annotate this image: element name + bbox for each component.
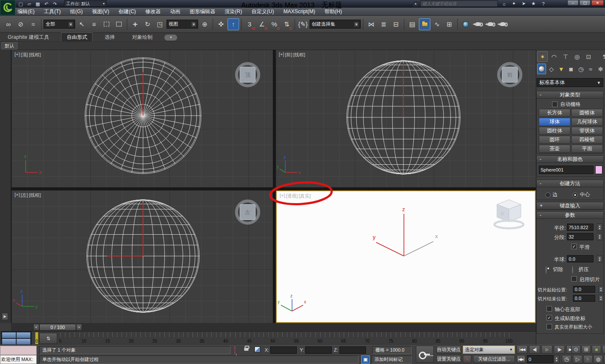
menu-item-5[interactable]: 创建(C) (114, 8, 141, 16)
new-file-icon[interactable]: ▢ (17, 1, 24, 7)
next-frame-arrow[interactable]: > (76, 324, 82, 331)
infocenter-search-icon[interactable]: ⌂ (500, 0, 508, 7)
viewport-name[interactable]: [前] (285, 52, 292, 58)
systems-button[interactable]: ✻ (596, 64, 605, 74)
object-type-header[interactable]: 对象类型 (537, 91, 603, 99)
time-slider-value[interactable]: 0 / 100 (39, 324, 76, 331)
frame-spinner[interactable] (554, 355, 559, 363)
object-button-5[interactable]: 圆柱体 (539, 127, 570, 135)
y-coord-field[interactable] (305, 347, 332, 354)
viewport-shading[interactable]: [线框] (29, 52, 41, 58)
keyboard-shortcut-override-icon[interactable]: ↑ (228, 18, 239, 30)
maximize-button[interactable]: ▢ (579, 0, 590, 6)
select-and-link-icon[interactable]: ∞ (3, 18, 14, 30)
segments-spinner[interactable] (597, 233, 602, 240)
menu-item-8[interactable]: 图形编辑器 (185, 8, 220, 16)
previous-frame-button[interactable]: ◀|| (529, 345, 540, 354)
percent-snap-toggle-icon[interactable]: %Ω (269, 18, 280, 30)
expand-panel-arrow[interactable]: ▶ (2, 313, 8, 320)
center-radio[interactable] (573, 192, 578, 198)
notification-balloon-icon[interactable] (234, 347, 235, 354)
center-option[interactable]: 中心 (573, 191, 590, 198)
viewport-name[interactable]: [左] (21, 192, 28, 198)
mirror-icon[interactable]: ⋈ (365, 18, 377, 30)
search-flyout-icon[interactable]: ▸ (413, 1, 418, 6)
shapes-button[interactable]: ◇ (547, 64, 556, 74)
viewcube[interactable]: 前 (499, 64, 521, 86)
selection-filter-dropdown[interactable]: 全部▾ (44, 20, 75, 29)
key-filters-button[interactable]: 关键点过滤器... (473, 355, 515, 363)
render-production-icon[interactable] (485, 18, 496, 30)
pan-view-button[interactable]: ☞ (583, 355, 593, 364)
base-to-pivot-checkbox[interactable] (547, 306, 552, 312)
viewport-layout-tabs-button[interactable] (1, 331, 32, 346)
object-color-swatch[interactable] (595, 166, 602, 174)
object-button-3[interactable]: 球体 (539, 118, 570, 126)
segments-field[interactable]: 32 (567, 233, 593, 240)
auto-key-button[interactable]: 自动关键点 (436, 346, 461, 354)
align-icon[interactable]: ≣ (378, 18, 389, 30)
field-of-view-button[interactable]: ▷ (573, 355, 582, 364)
help-icon[interactable]: ? (540, 0, 547, 7)
mapping-coords-checkbox[interactable]: ✓ (547, 315, 552, 320)
schematic-view-icon[interactable]: ⊞ (444, 18, 455, 30)
z-coord-field[interactable] (339, 347, 366, 354)
ribbon-collapse-button[interactable]: ▾ (164, 35, 177, 41)
slice-from-spinner[interactable] (598, 286, 604, 293)
viewcube[interactable]: 前 (494, 200, 523, 228)
redo-icon[interactable]: ↷ (51, 1, 58, 7)
object-button-4[interactable]: 几何球体 (571, 118, 603, 126)
edge-option[interactable]: 边 (545, 191, 558, 198)
select-object-icon[interactable]: ↖ (76, 18, 88, 30)
radius-field[interactable]: 7510.822 (567, 224, 593, 231)
communication-center-icon[interactable]: ➤ (520, 0, 527, 7)
object-button-7[interactable]: 圆环 (539, 136, 570, 144)
select-and-rotate-icon[interactable]: ↻ (142, 18, 153, 30)
real-world-checkbox[interactable] (547, 324, 552, 329)
select-and-manipulate-icon[interactable]: ✜ (215, 18, 227, 30)
viewport-name[interactable]: [透视] (286, 193, 298, 199)
toggle-scene-explorer-icon[interactable] (419, 18, 430, 30)
set-keys-button[interactable] (416, 346, 434, 363)
edge-radio[interactable] (545, 192, 550, 198)
track-bar[interactable]: ⇅ 05101520253035404550556065707580859095… (35, 332, 520, 345)
select-and-move-icon[interactable]: + (129, 18, 141, 30)
slice-to-field[interactable]: 0.0 (573, 295, 595, 302)
selection-lock-icon[interactable] (244, 346, 248, 351)
select-and-scale-icon[interactable]: ◳ (154, 18, 166, 30)
manage-layers-icon[interactable]: ⊟ (390, 18, 402, 30)
menu-item-4[interactable]: 视图(V) (88, 8, 114, 16)
ribbon-tab-3[interactable]: 选择 (99, 33, 120, 42)
window-crossing-toggle-icon[interactable] (113, 18, 125, 30)
menu-item-2[interactable]: 工具(T) (39, 8, 65, 16)
favorites-icon[interactable]: ★ (530, 0, 537, 7)
chop-radio[interactable] (546, 266, 547, 274)
angle-snap-toggle-icon[interactable]: ∠Ω (256, 18, 268, 30)
object-button-10[interactable]: 平面 (571, 145, 603, 153)
display-tab[interactable]: ⊡ (583, 51, 594, 62)
previous-frame-arrow[interactable]: < (33, 324, 39, 331)
viewport-shading[interactable]: [线框] (293, 52, 305, 58)
viewport-shading[interactable]: [线框] (29, 192, 41, 198)
spinner-snap-toggle-icon[interactable]: ⇅Ω (281, 18, 292, 30)
orbit-button[interactable]: ◍ (593, 355, 603, 364)
object-button-9[interactable]: 茶壶 (539, 145, 570, 153)
current-frame-field[interactable]: 0 (527, 355, 553, 363)
viewport-menu[interactable]: [+] (279, 52, 284, 58)
viewport-menu[interactable]: [+] (15, 52, 20, 58)
undo-icon[interactable]: ↶ (43, 1, 50, 7)
helpers-button[interactable]: ◷ (576, 64, 585, 74)
save-file-icon[interactable]: ▦ (34, 1, 41, 7)
key-filters-icon[interactable]: ∿ (463, 355, 471, 363)
render-setup-icon[interactable] (460, 18, 471, 30)
rendered-frame-window-icon[interactable] (472, 18, 484, 30)
ribbon-subtab-default[interactable]: 默认 (1, 42, 18, 50)
snap-toggle-3d-icon[interactable]: 3Ω (244, 18, 255, 30)
name-color-header[interactable]: 名称和颜色 (537, 156, 603, 163)
hierarchy-tab[interactable]: ⊤ (560, 51, 571, 62)
rectangular-selection-region-icon[interactable] (101, 18, 112, 30)
smooth-checkbox[interactable]: ✓ (571, 244, 577, 249)
open-file-icon[interactable]: ▱ (26, 1, 33, 7)
squash-radio[interactable] (572, 266, 573, 274)
infocenter-search-input[interactable] (420, 0, 498, 7)
